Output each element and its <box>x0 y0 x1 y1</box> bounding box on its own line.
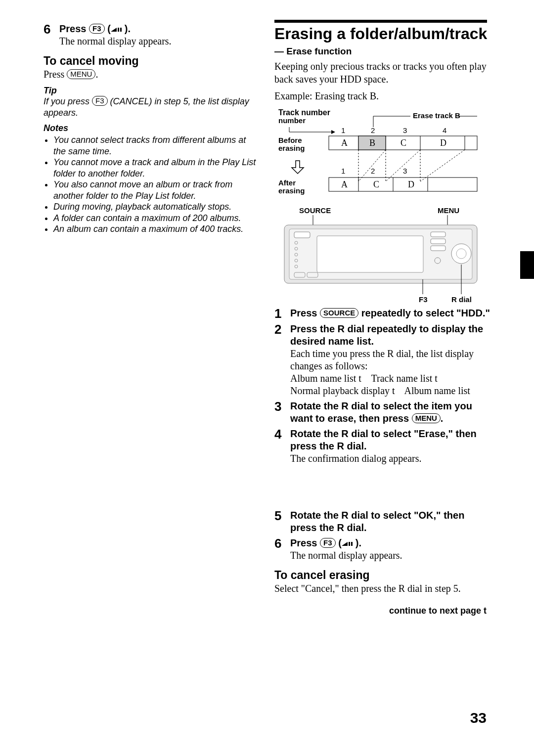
svg-text:After: After <box>278 178 296 187</box>
section-title: Erasing a folder/album/track <box>274 25 490 43</box>
svg-marker-10 <box>331 130 335 134</box>
note-item: You cannot move a track and album in the… <box>53 157 260 179</box>
step2-body1: Each time you press the R dial, the list… <box>290 348 490 372</box>
left-column: 6 Press F3 (). The normal display appear… <box>44 20 260 616</box>
step5-heading: Rotate the R dial to select "OK," then p… <box>290 509 490 534</box>
svg-rect-72 <box>351 542 353 546</box>
step-number: 3 <box>274 400 285 413</box>
step-number: 2 <box>274 323 285 336</box>
svg-rect-60 <box>431 232 445 237</box>
note-item: An album can contain a maximum of 400 tr… <box>53 223 260 235</box>
play-pause-icon <box>342 540 356 547</box>
f3-button: F3 <box>92 96 108 106</box>
svg-rect-57 <box>317 236 423 272</box>
svg-point-64 <box>451 244 471 264</box>
cancel-erasing-body: Select "Cancel," then press the R dial i… <box>274 582 490 595</box>
f3-button: F3 <box>320 538 336 548</box>
step4-heading: Rotate the R dial to select "Erase," the… <box>290 428 490 452</box>
svg-line-32 <box>420 150 465 181</box>
svg-rect-71 <box>349 542 350 546</box>
continue-line: continue to next page t <box>274 606 487 616</box>
track-number-label: Track number <box>278 108 330 117</box>
svg-text:SOURCE: SOURCE <box>299 206 331 215</box>
step-number: 1 <box>274 307 285 320</box>
svg-text:MENU: MENU <box>438 206 459 215</box>
svg-rect-61 <box>431 239 445 244</box>
page-number: 33 <box>470 710 487 726</box>
text: Press <box>44 69 67 80</box>
svg-text:3: 3 <box>403 167 407 175</box>
step-number: 5 <box>274 509 285 522</box>
arrow-icon: t <box>392 385 395 396</box>
svg-text:C: C <box>400 138 406 148</box>
svg-text:erasing: erasing <box>278 186 305 195</box>
text: Press <box>290 537 320 548</box>
svg-rect-38 <box>329 178 477 191</box>
step2-heading: Press the R dial repeatedly to display t… <box>290 323 490 348</box>
step3-heading: Rotate the R dial to select the item you… <box>290 400 472 424</box>
arrow-icon: t <box>484 606 487 616</box>
svg-text:3: 3 <box>403 126 407 134</box>
text: . <box>95 69 98 80</box>
continue-text: continue to next page <box>389 606 481 616</box>
text: Press <box>59 23 89 34</box>
svg-text:1: 1 <box>341 126 345 134</box>
svg-text:R dial: R dial <box>451 295 472 304</box>
step6-body: The normal display appears. <box>59 36 172 46</box>
note-item: During moving, playback automatically st… <box>53 201 260 213</box>
svg-text:Erase track B: Erase track B <box>413 111 460 120</box>
step2-body3: Normal playback display t Album name lis… <box>290 385 490 397</box>
cancel-erasing-heading: To cancel erasing <box>274 569 490 582</box>
note-item: A folder can contain a maximum of 200 al… <box>53 213 260 224</box>
svg-text:A: A <box>341 179 348 189</box>
svg-text:2: 2 <box>371 167 375 175</box>
erase-diagram-svg: Track number number Erase track B 1 2 3 … <box>274 107 487 201</box>
svg-text:A: A <box>341 138 348 148</box>
arrow-icon: t <box>435 373 438 384</box>
text: ( <box>336 537 342 548</box>
menu-button: MENU <box>412 413 441 423</box>
svg-text:D: D <box>440 138 446 148</box>
step-number: 6 <box>44 23 54 36</box>
svg-line-28 <box>358 150 386 181</box>
step-number: 4 <box>274 428 285 441</box>
note-item: You also cannot move an album or track f… <box>53 179 260 201</box>
svg-text:erasing: erasing <box>278 144 305 152</box>
cancel-moving-body: Press MENU. <box>44 68 260 81</box>
step1-heading: Press SOURCE repeatedly to select "HDD." <box>290 308 490 318</box>
intro-para: Keeping only precious tracks or tracks y… <box>274 60 490 86</box>
text: If you press <box>44 96 92 106</box>
svg-text:4: 4 <box>443 126 446 134</box>
tip-body: If you press F3 (CANCEL) in step 5, the … <box>44 96 260 118</box>
section-bar <box>274 20 487 23</box>
f3-button: F3 <box>89 24 105 34</box>
device-diagram: SOURCE MENU <box>274 206 490 305</box>
step6-heading: Press F3 (). <box>290 537 361 548</box>
svg-text:C: C <box>373 179 379 189</box>
step2-body2: Album name list t Track name list t <box>290 372 490 385</box>
tip-heading: Tip <box>44 86 260 96</box>
text: ). <box>356 537 361 548</box>
arrow-icon: t <box>358 373 361 384</box>
section-subtitle: — Erase function <box>274 46 490 57</box>
note-item: You cannot select tracks from different … <box>53 134 260 157</box>
svg-text:D: D <box>408 179 414 189</box>
svg-text:B: B <box>369 138 375 148</box>
step6-body: The normal display appears. <box>290 550 402 561</box>
play-pause-icon <box>111 26 125 33</box>
svg-text:number: number <box>278 116 306 125</box>
svg-text:F3: F3 <box>419 295 428 304</box>
svg-marker-0 <box>111 28 117 32</box>
svg-rect-62 <box>431 246 445 251</box>
device-svg: SOURCE MENU <box>274 206 487 305</box>
svg-rect-2 <box>120 28 122 32</box>
text: Rotate the R dial to select the item you… <box>290 400 472 424</box>
example-line: Example: Erasing track B. <box>274 89 490 102</box>
notes-heading: Notes <box>44 123 260 133</box>
source-button: SOURCE <box>320 308 358 318</box>
svg-line-30 <box>386 150 420 181</box>
down-arrow-icon <box>292 161 304 174</box>
svg-text:2: 2 <box>371 126 375 134</box>
erase-diagram: Track number number Erase track B 1 2 3 … <box>274 107 490 201</box>
menu-button: MENU <box>67 69 95 79</box>
